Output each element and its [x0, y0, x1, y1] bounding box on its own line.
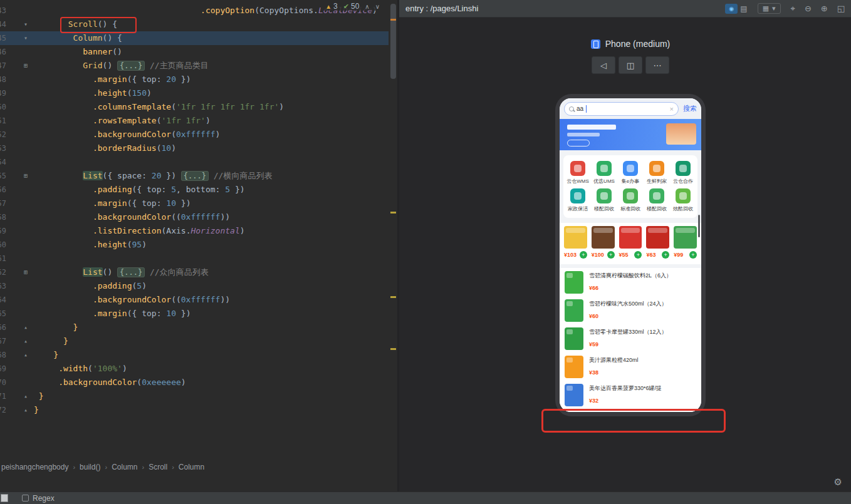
line-number[interactable]: 46 [0, 45, 6, 59]
more-button[interactable]: ⋯ [645, 56, 669, 74]
service-item[interactable]: 楼配回收 [591, 187, 617, 214]
line-number[interactable]: 56 [0, 183, 6, 197]
zoom-in-button[interactable]: ⊕ [821, 4, 828, 13]
warnings-indicator[interactable]: ▲ 3 [325, 2, 338, 11]
code-line[interactable]: 65.margin({ top: 10 }) [0, 307, 389, 321]
breadcrumb-item[interactable]: Scroll [149, 463, 167, 471]
service-item[interactable]: 集e办事 [617, 159, 644, 187]
line-number[interactable]: 63 [0, 279, 6, 293]
line-number[interactable]: 50 [0, 100, 6, 114]
breadcrumb-item[interactable]: build() [80, 463, 100, 471]
code-line[interactable]: 60.height(95) [0, 238, 389, 252]
breadcrumb-item[interactable]: Column [112, 463, 137, 471]
fold-icon[interactable]: ⊞ [6, 169, 34, 183]
layers-button[interactable]: ▤ [740, 4, 747, 13]
line-number[interactable]: 62 [0, 265, 6, 279]
line-number[interactable]: 60 [0, 238, 6, 252]
zoom-out-button[interactable]: ⊖ [805, 4, 812, 13]
code-line[interactable]: 66▴} [0, 321, 389, 334]
service-item[interactable]: 楼配回收 [644, 187, 670, 214]
checks-indicator[interactable]: ✔ 50 [343, 2, 360, 11]
product-card[interactable]: ¥100+ [592, 226, 615, 261]
product-row[interactable]: 雪碧零卡摩登罐330ml（12入）¥59 [565, 324, 696, 352]
line-number[interactable]: 65 [0, 307, 6, 321]
service-item[interactable]: 云仓合作 [670, 159, 696, 187]
code-line[interactable]: 63.padding(5) [0, 279, 389, 293]
add-to-cart-button[interactable]: + [580, 251, 587, 259]
service-item[interactable]: 云仓WMS [565, 159, 591, 187]
line-number[interactable]: 59 [0, 224, 6, 238]
line-number[interactable]: 58 [0, 210, 6, 224]
scrollbar-mark[interactable] [390, 19, 396, 21]
vertical-product-list[interactable]: 雪碧清爽柠檬碳酸饮料2L（6入）¥66雪碧柠檬味汽水500ml（24入）¥60雪… [560, 268, 701, 412]
code-line[interactable]: 44▾Scroll() { [0, 18, 389, 31]
code-line[interactable]: 52.backgroundColor(0xffffff) [0, 128, 389, 141]
add-to-cart-button[interactable]: + [689, 251, 697, 259]
code-line[interactable]: 57.margin({ top: 10 }) [0, 197, 389, 210]
line-number[interactable]: 67 [0, 334, 6, 348]
line-number[interactable]: 70 [0, 376, 6, 389]
service-item[interactable]: 生鲜到家 [644, 159, 670, 187]
banner[interactable] [560, 119, 701, 150]
product-row[interactable]: 美汁源果粒橙420ml¥38 [565, 352, 696, 381]
line-number[interactable]: 52 [0, 128, 6, 141]
settings-gear-button[interactable]: ⚙ [834, 476, 842, 488]
product-row[interactable]: 美年达百香果菠萝330*6罐/提¥32 [565, 381, 696, 409]
line-number[interactable]: 43 [0, 4, 6, 18]
code-line[interactable]: 69.width('100%') [0, 362, 389, 376]
code-line[interactable]: 45▾Column() { [0, 31, 389, 45]
line-number[interactable]: 69 [0, 362, 6, 376]
line-number[interactable]: 61 [0, 252, 6, 265]
fold-icon[interactable]: ▴ [6, 389, 34, 403]
back-button[interactable]: ◁ [592, 56, 615, 74]
code-line[interactable]: 51.rowsTemplate('1fr 1fr') [0, 114, 389, 128]
code-line[interactable]: 68▴} [0, 348, 389, 362]
inspect-button[interactable]: ⌖ [791, 4, 795, 14]
code-line[interactable]: 49.height(150) [0, 86, 389, 100]
code-line[interactable]: 58.backgroundColor((0xffffff)) [0, 210, 389, 224]
line-number[interactable]: 53 [0, 141, 6, 155]
code-line[interactable]: 54 [0, 155, 389, 169]
editor-scrollbar[interactable] [389, 0, 397, 466]
line-number[interactable]: 45 [0, 31, 6, 45]
scrollbar-mark[interactable] [390, 296, 396, 298]
service-item[interactable]: 炫酷回收 [670, 187, 696, 214]
code-line[interactable]: 72▴} [0, 403, 389, 417]
breadcrumb-item[interactable]: Column [179, 463, 204, 471]
code-line[interactable]: 55⊞List({ space: 20 }) {...} //横向商品列表 [0, 169, 389, 183]
horizontal-product-list[interactable]: ¥103+¥100+¥55+¥63+¥99+ [560, 223, 701, 264]
orientation-button[interactable]: ◫ [619, 56, 642, 74]
code-area[interactable]: 43.copyOption(CopyOptions.LocalDevice)44… [0, 4, 389, 417]
search-input[interactable]: aa × [564, 102, 679, 116]
code-line[interactable]: 62⊞List() {...} //众向商品列表 [0, 265, 389, 279]
line-number[interactable]: 57 [0, 197, 6, 210]
visibility-toggle-button[interactable]: ◉ [725, 4, 738, 14]
breadcrumb-item[interactable]: peishangchengbody [1, 463, 68, 471]
line-number[interactable]: 47 [0, 59, 6, 73]
code-line[interactable]: 53.borderRadius(10) [0, 141, 389, 155]
line-number[interactable]: 49 [0, 86, 6, 100]
product-card[interactable]: ¥103+ [564, 226, 587, 261]
code-line[interactable]: 61 [0, 252, 389, 265]
fold-icon[interactable]: ▴ [6, 403, 34, 417]
product-row[interactable]: 雪碧清爽柠檬碳酸饮料2L（6入）¥66 [565, 268, 696, 296]
line-number[interactable]: 64 [0, 293, 6, 307]
code-line[interactable]: 48.margin({ top: 20 }) [0, 73, 389, 86]
product-card[interactable]: ¥55+ [619, 226, 642, 261]
code-line[interactable]: 59.listDirection(Axis.Horizontal) [0, 224, 389, 238]
code-line[interactable]: 70.backgroundColor(0xeeeeee) [0, 376, 389, 389]
scrollbar-mark[interactable] [390, 212, 396, 213]
line-number[interactable]: 51 [0, 114, 6, 128]
product-row[interactable]: 雪碧柠檬味汽水500ml（24入）¥60 [565, 296, 696, 324]
line-number[interactable]: 48 [0, 73, 6, 86]
line-number[interactable]: 54 [0, 155, 6, 169]
clear-icon[interactable]: × [670, 105, 674, 113]
code-line[interactable]: 56.padding({ top: 5, bottom: 5 }) [0, 183, 389, 197]
fold-icon[interactable]: ▴ [6, 321, 34, 334]
line-number[interactable]: 71 [0, 389, 6, 403]
fold-icon[interactable]: ▾ [6, 31, 34, 45]
service-item[interactable]: 家政保洁 [565, 187, 591, 214]
scrollbar-mark[interactable] [390, 348, 396, 350]
service-item[interactable]: 优选UMS [591, 159, 617, 187]
code-line[interactable]: 67▴} [0, 334, 389, 348]
